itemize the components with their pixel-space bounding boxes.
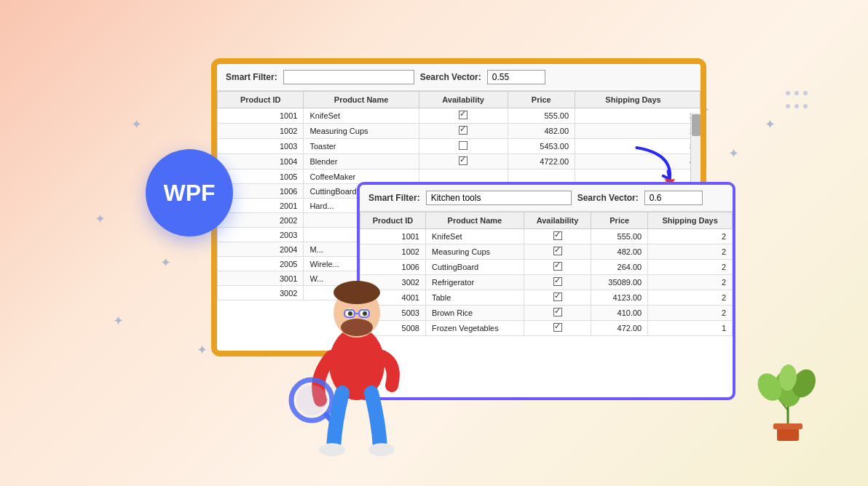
sparkle-5: ✦: [728, 146, 739, 162]
sparkle-8: ✦: [197, 342, 208, 358]
svg-point-8: [363, 311, 367, 316]
cell-id: 1002: [218, 124, 304, 139]
front-col-product-id: Product ID: [360, 212, 426, 229]
cell-availability: [419, 124, 508, 139]
front-panel-filter-bar: Smart Filter: Search Vector:: [360, 185, 733, 212]
svg-rect-18: [773, 423, 802, 429]
cell-availability: [419, 139, 508, 154]
cell-availability: [524, 229, 591, 244]
svg-point-7: [348, 311, 352, 316]
back-table-row: 1001 KnifeSet 555.00 2: [218, 108, 701, 124]
svg-point-13: [296, 385, 327, 415]
col-availability: Availability: [419, 92, 508, 108]
col-product-name: Product Name: [304, 92, 419, 108]
cell-availability: [524, 275, 591, 290]
back-filter-input[interactable]: [283, 70, 414, 84]
cell-name: Brown Rice: [426, 306, 524, 321]
cell-price: 482.00: [508, 124, 575, 139]
cell-id: 1003: [218, 139, 304, 154]
front-filter-input[interactable]: [426, 191, 572, 205]
cell-availability: [419, 108, 508, 124]
wpf-badge: WPF: [146, 149, 233, 236]
front-search-vector-input[interactable]: [644, 191, 703, 205]
cell-price: 35089.00: [591, 275, 648, 290]
cell-availability: [524, 290, 591, 306]
sparkle-6: ✦: [765, 116, 776, 132]
sparkle-1: ✦: [131, 116, 142, 132]
cell-shipping: 2: [648, 306, 733, 321]
cell-name: KnifeSet: [304, 108, 419, 124]
back-search-vector-input[interactable]: [487, 70, 545, 84]
cell-availability: [524, 260, 591, 275]
sparkle-7: ✦: [95, 211, 106, 227]
front-filter-label: Smart Filter:: [368, 193, 420, 203]
sparkle-3: ✦: [113, 313, 124, 329]
cell-shipping: 2: [648, 229, 733, 244]
svg-point-3: [334, 281, 380, 304]
cell-shipping: 2: [648, 275, 733, 290]
cell-availability: [524, 244, 591, 260]
cell-name: Toaster: [304, 139, 419, 154]
col-product-id: Product ID: [218, 92, 304, 108]
svg-point-4: [341, 319, 373, 336]
front-col-product-name: Product Name: [426, 212, 524, 229]
cell-price: 410.00: [591, 306, 648, 321]
cell-price: 555.00: [591, 229, 648, 244]
cell-name: Measuring Cups: [426, 244, 524, 260]
back-search-vector-label: Search Vector:: [420, 72, 481, 82]
cell-price: 264.00: [591, 260, 648, 275]
cell-name: Refrigerator: [426, 275, 524, 290]
cell-shipping: 2: [648, 244, 733, 260]
svg-point-16: [368, 443, 395, 456]
cell-price: 555.00: [508, 108, 575, 124]
front-search-vector-label: Search Vector:: [577, 193, 639, 203]
cell-name: KnifeSet: [426, 229, 524, 244]
cell-price: 5453.00: [508, 139, 575, 154]
cell-shipping: 2: [648, 260, 733, 275]
cell-shipping: 2: [648, 290, 733, 306]
cell-name: Frozen Vegetables: [426, 321, 524, 336]
character-3d: [284, 240, 430, 444]
cell-price: 472.00: [591, 321, 648, 336]
cell-availability: [524, 321, 591, 336]
cell-name: Table: [426, 290, 524, 306]
cell-price: 4722.00: [508, 154, 575, 170]
back-scroll-thumb[interactable]: [692, 114, 701, 136]
svg-point-15: [319, 443, 345, 456]
cell-shipping: 2: [575, 124, 701, 139]
dots-decor: [784, 87, 810, 113]
cell-availability: [419, 154, 508, 170]
col-price: Price: [508, 92, 575, 108]
cell-shipping: 1: [648, 321, 733, 336]
wpf-label: WPF: [163, 180, 215, 207]
cell-id: 2002: [218, 213, 304, 228]
cell-id: 1004: [218, 154, 304, 170]
front-col-price: Price: [591, 212, 648, 229]
back-table-row: 1002 Measuring Cups 482.00 2: [218, 124, 701, 139]
front-col-availability: Availability: [524, 212, 591, 229]
cell-id: 1001: [218, 108, 304, 124]
cell-name: Blender: [304, 154, 419, 170]
cell-name: Measuring Cups: [304, 124, 419, 139]
plant-decor: [751, 359, 824, 457]
cell-shipping: 2: [575, 108, 701, 124]
back-panel-filter-bar: Smart Filter: Search Vector:: [217, 64, 701, 91]
cell-availability: [524, 306, 591, 321]
back-filter-label: Smart Filter:: [226, 72, 277, 82]
col-shipping-days: Shipping Days: [575, 92, 701, 108]
sparkle-2: ✦: [160, 255, 171, 271]
cell-name: CuttingBoard: [426, 260, 524, 275]
front-col-shipping-days: Shipping Days: [648, 212, 733, 229]
cell-price: 4123.00: [591, 290, 648, 306]
cell-price: 482.00: [591, 244, 648, 260]
